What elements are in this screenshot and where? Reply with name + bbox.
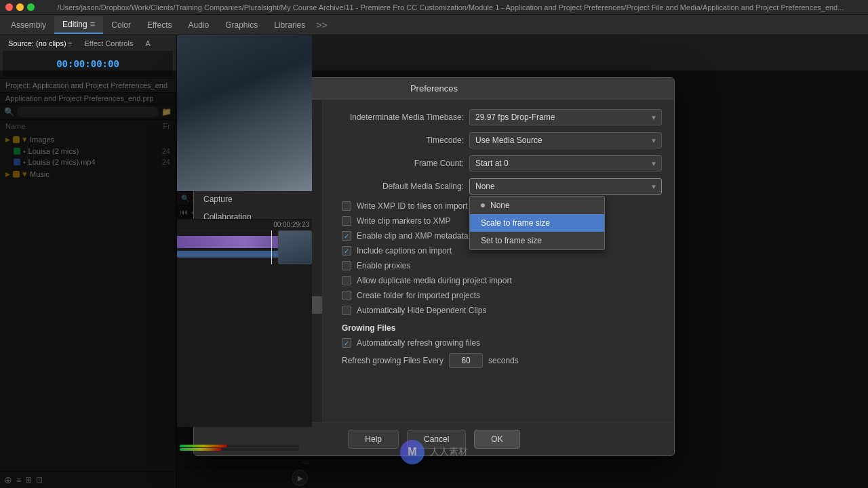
checkbox-include-captions[interactable] xyxy=(342,246,351,256)
watermark-logo: M xyxy=(400,440,425,464)
level-meters xyxy=(180,445,299,451)
tab-effects[interactable]: Effects xyxy=(139,16,180,34)
timebase-dropdown[interactable]: 29.97 fps Drop-Frame ▼ xyxy=(469,109,662,125)
timeline-playhead xyxy=(271,230,272,264)
timebase-label: Indeterminate Media Timebase: xyxy=(335,113,464,122)
option-none[interactable]: None xyxy=(470,197,604,214)
ok-button[interactable]: OK xyxy=(474,430,519,449)
checkbox-row-create-folder: Create folder for imported projects xyxy=(335,291,662,300)
checkbox-write-xmp[interactable] xyxy=(342,201,351,211)
media-scaling-dropdown[interactable]: None ▼ xyxy=(469,178,662,195)
watermark-text: 人人素材 xyxy=(430,446,468,458)
tab-graphics[interactable]: Graphics xyxy=(217,16,266,34)
source-tab[interactable]: Source: (no clips) ≡ xyxy=(3,38,77,49)
option-dot xyxy=(481,203,485,207)
sidebar-item-capture[interactable]: Capture xyxy=(194,190,322,208)
preview-area xyxy=(177,35,312,191)
timeline-header: 00:00:29:23 xyxy=(177,220,312,230)
level-meter-r xyxy=(180,448,299,451)
checkbox-auto-refresh[interactable] xyxy=(342,338,351,348)
checkbox-create-folder[interactable] xyxy=(342,291,351,300)
watermark: M 人人素材 xyxy=(400,440,468,464)
level-meter-l xyxy=(180,445,299,447)
timeline-tracks xyxy=(177,230,312,264)
tab-assembly[interactable]: Assembly xyxy=(3,16,54,34)
scaling-dropdown-menu: None Scale to frame size Set to frame si… xyxy=(469,196,605,250)
checkbox-row-auto-hide: Automatically Hide Dependent Clips xyxy=(335,306,662,315)
mini-timeline: 00:00:29:23 xyxy=(177,219,312,427)
source-tab-a[interactable]: A xyxy=(140,38,155,49)
window-title: /Users/jason/Dropbox/Work/Clients/Traini… xyxy=(39,3,863,12)
checkbox-allow-duplicate[interactable] xyxy=(342,276,351,285)
traffic-lights[interactable] xyxy=(5,3,35,11)
dialog-overlay: Preferences General Appearance Audio Aud… xyxy=(0,70,868,488)
tab-editing[interactable]: Editing ≡ xyxy=(54,16,103,34)
media-scaling-label: Default Media Scaling: xyxy=(335,182,464,191)
effect-controls-tab[interactable]: Effect Controls xyxy=(79,38,138,49)
workspace-tab-bar: Assembly Editing ≡ Color Effects Audio G… xyxy=(0,15,868,35)
media-scaling-row: Default Media Scaling: None ▼ None xyxy=(335,178,662,195)
minimize-button[interactable] xyxy=(16,3,24,11)
dropdown-arrow: ▼ xyxy=(650,160,657,167)
more-tabs-button[interactable]: >> xyxy=(316,20,327,30)
timeline-thumbnail xyxy=(278,230,312,264)
option-scale-to-frame[interactable]: Scale to frame size xyxy=(470,214,604,232)
tab-color[interactable]: Color xyxy=(103,16,139,34)
frame-count-dropdown[interactable]: Start at 0 ▼ xyxy=(469,155,662,171)
growing-files-header: Growing Files xyxy=(335,323,662,333)
dropdown-arrow: ▼ xyxy=(650,183,657,190)
frame-count-row: Frame Count: Start at 0 ▼ xyxy=(335,155,662,171)
preview-image xyxy=(177,35,312,191)
checkbox-clip-markers[interactable] xyxy=(342,216,351,226)
timecode-dropdown[interactable]: Use Media Source ▼ xyxy=(469,132,662,148)
refresh-interval-input[interactable] xyxy=(449,353,483,368)
timeline-end-timecode: 00:00:29:23 xyxy=(273,221,309,228)
frame-count-label: Frame Count: xyxy=(335,159,464,168)
tab-libraries[interactable]: Libraries xyxy=(266,16,313,34)
help-button[interactable]: Help xyxy=(348,430,399,449)
title-bar: /Users/jason/Dropbox/Work/Clients/Traini… xyxy=(0,0,868,15)
timecode-row: Timecode: Use Media Source ▼ xyxy=(335,132,662,148)
checkbox-row-enable-proxies: Enable proxies xyxy=(335,261,662,270)
dropdown-arrow: ▼ xyxy=(650,114,657,121)
auto-refresh-row: Automatically refresh growing files xyxy=(335,338,662,348)
dropdown-arrow: ▼ xyxy=(650,137,657,144)
timecode-label: Timecode: xyxy=(335,136,464,145)
maximize-button[interactable] xyxy=(27,3,35,11)
refresh-every-row: Refresh growing Files Every seconds xyxy=(335,353,662,368)
right-panel: 🔍 1/2 00:00:41:18 ⏮ ◀ ▶ ⏭ 📷 + 00:00:29:2… xyxy=(176,35,312,488)
checkbox-row-allow-duplicate: Allow duplicate media during project imp… xyxy=(335,276,662,285)
preferences-content: Indeterminate Media Timebase: 29.97 fps … xyxy=(323,100,674,422)
checkbox-enable-proxies[interactable] xyxy=(342,261,351,270)
checkbox-auto-hide[interactable] xyxy=(342,306,351,315)
timebase-row: Indeterminate Media Timebase: 29.97 fps … xyxy=(335,109,662,125)
checkbox-enable-clip[interactable] xyxy=(342,231,351,241)
close-button[interactable] xyxy=(5,3,13,11)
tab-audio[interactable]: Audio xyxy=(180,16,217,34)
option-set-to-frame[interactable]: Set to frame size xyxy=(470,232,604,249)
